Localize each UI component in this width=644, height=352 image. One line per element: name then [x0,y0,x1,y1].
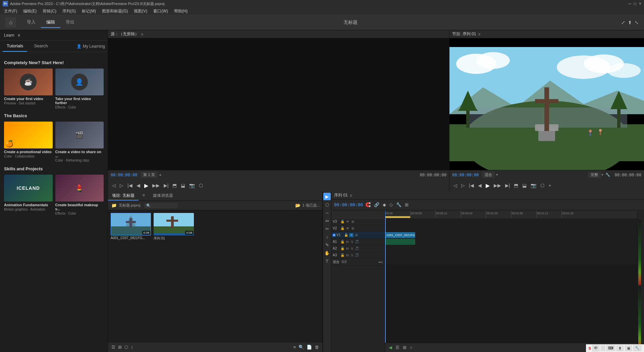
source-step-fwd[interactable]: ▶▶ [151,182,161,189]
source-page-arrow[interactable]: ▸ [160,173,162,177]
home-button[interactable]: ⌂ [5,17,16,28]
slip-tool[interactable]: ↕ [323,233,331,240]
menu-graphics[interactable]: 图形和标题(G) [99,8,130,15]
program-goto-out[interactable]: ▶| [504,182,512,189]
project-item-sequence[interactable]: 0:08 序列 01 [154,213,194,339]
project-sort[interactable]: ↕ [130,344,134,350]
program-lift[interactable]: ⬒ [513,182,520,189]
share-button[interactable]: ⬆ [628,20,632,25]
program-extra1[interactable]: ⬡ [539,182,546,189]
a3-solo[interactable]: S [351,253,354,257]
my-learning-button[interactable]: 👤 My Learning [76,44,105,49]
selection-tool[interactable]: ▶ [323,193,331,200]
project-search-input[interactable] [144,203,178,208]
source-mark-in[interactable]: ◁ [111,182,117,189]
card-first-video[interactable]: ☕ Create your first video Preview · Get … [4,69,53,109]
project-find[interactable]: 🔍 [298,344,305,350]
menu-edit[interactable]: 编辑(E) [20,8,39,15]
project-new-bin[interactable]: 📂 [294,202,301,209]
v2-eye-toggle[interactable]: 👁 [345,226,350,230]
close-button[interactable]: × [639,1,641,6]
menu-window[interactable]: 窗口(W) [151,8,170,15]
tl-wrench-btn[interactable]: 🔧 [395,202,402,208]
v1-clip[interactable]: A001_C037_0921FG [385,232,415,238]
source-goto-out[interactable]: ▶| [162,182,170,189]
source-extra[interactable]: ⬡ [198,182,204,189]
program-quality-selector[interactable]: 完整 [588,172,601,178]
v2-lock-icon[interactable]: 🔓 [340,226,344,230]
source-page-selector[interactable]: 第 1 页 [141,172,157,178]
ime-screen-btn[interactable]: 🖥 [625,346,632,351]
v3-settings[interactable]: ⊞ [351,220,355,224]
v1-lock-icon[interactable]: 🔓 [344,233,348,237]
a2-lock-icon[interactable]: 🔓 [340,247,344,250]
program-step-fwd[interactable]: ▶▶ [492,182,502,189]
track-select-tool[interactable]: ⬡ [323,201,331,208]
a2-solo[interactable]: S [351,247,354,251]
rolling-edit-tool[interactable]: ⇔ [323,217,331,224]
a3-lock-icon[interactable]: 🔓 [340,253,344,257]
program-play[interactable]: ▶ [484,182,491,189]
project-tab-media-browser[interactable]: 媒体浏览器 [149,191,177,201]
fullscreen-button[interactable]: ⤡ [635,20,639,25]
pen-tool[interactable]: ✎ [323,241,331,249]
a1-solo[interactable]: S [351,240,354,244]
program-quality-arrow[interactable]: ▾ [601,173,603,177]
program-mark-in[interactable]: ◁ [452,182,459,189]
minimize-button[interactable]: ─ [628,1,631,6]
v1-eye-toggle[interactable]: 👁 [349,233,354,237]
menu-clip[interactable]: 剪辑(C) [40,8,59,15]
menu-sequence[interactable]: 序列(S) [60,8,78,15]
a2-mute[interactable]: M [345,247,350,251]
v2-settings[interactable]: ⊞ [351,226,355,230]
program-camera[interactable]: 📷 [529,182,538,189]
ripple-edit-tool[interactable]: ↔ [323,209,331,216]
tab-tutorials[interactable]: Tutorials [3,41,27,52]
project-list-view[interactable]: ☰ [111,344,116,350]
menu-marker[interactable]: 标记(M) [79,8,99,15]
menu-view[interactable]: 视图(V) [131,8,150,15]
v3-eye-toggle[interactable]: 👁 [345,220,350,224]
menu-file[interactable]: 文件(F) [1,8,20,15]
program-goto-in[interactable]: |◀ [468,182,475,189]
program-panel-menu[interactable]: ≡ [478,32,480,37]
program-wrench[interactable]: 🔧 [604,172,611,178]
project-delete[interactable]: 🗑 [314,344,320,350]
tl-bottom-list[interactable]: ☰ [394,344,400,351]
program-extract[interactable]: ⬓ [521,182,528,189]
tab-edit[interactable]: 编辑 [41,17,60,28]
tl-snap-btn[interactable]: 🧲 [364,202,372,208]
tl-settings-btn[interactable]: ⊞ [404,202,410,208]
learn-hamburger-icon[interactable]: ≡ [18,33,20,38]
tab-import[interactable]: 导入 [21,17,41,28]
tab-export[interactable]: 导出 [60,17,80,28]
timeline-panel-menu[interactable]: ≡ [350,193,352,198]
source-panel-menu[interactable]: ≡ [141,32,143,37]
ime-keyboard-btn[interactable]: ⌨ [606,345,615,351]
ime-chinese-btn[interactable]: 中 [592,345,599,351]
program-extra2[interactable]: + [547,182,552,189]
program-step-back[interactable]: ◀ [477,182,483,189]
a3-mute[interactable]: M [345,253,350,257]
timeline-ruler[interactable]: 00:00 00:00:06 00:00:12 00:00:18 00:01:0… [385,210,637,218]
menu-help[interactable]: 帮助(H) [171,8,191,15]
ime-punctuation-btn[interactable]: · [601,346,605,351]
a1-clip[interactable] [385,239,415,245]
project-tab-project[interactable]: 项目: 无标题 [108,191,139,201]
project-icon-view[interactable]: ⊞ [117,344,122,350]
source-goto-in[interactable]: |◀ [126,182,134,189]
v1-settings[interactable]: ⊞ [355,233,359,237]
type-tool[interactable]: T [323,257,331,265]
source-overwrite[interactable]: ⬓ [179,182,186,189]
tl-link-btn[interactable]: 🔗 [373,202,380,208]
card-share-video[interactable]: 🎬 Create a video to share on ... Color ·… [55,122,104,162]
project-new-item[interactable]: 📄 [306,344,313,350]
source-insert[interactable]: ⬒ [171,182,178,189]
source-step-back[interactable]: ◀ [135,182,142,189]
card-first-video-further[interactable]: 👤 Take your first video further Effects … [55,69,104,109]
maximize-button[interactable]: □ [634,1,636,6]
program-zoom-selector[interactable]: 适合 [482,172,495,178]
v3-lock-icon[interactable]: 🔓 [340,220,344,223]
tl-bottom-grid[interactable]: ⊞ [402,344,408,351]
ime-mic-btn[interactable]: 🎙 [616,346,624,351]
